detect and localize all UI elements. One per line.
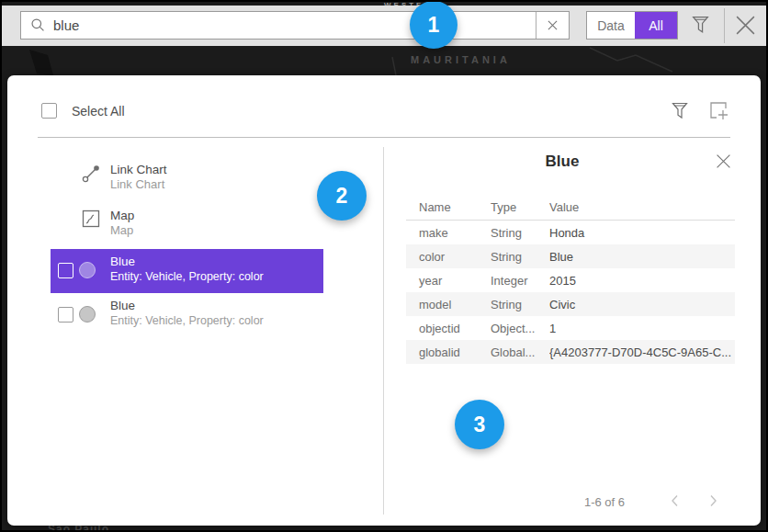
select-all-checkbox[interactable] (41, 103, 57, 119)
detail-close-icon[interactable] (716, 153, 731, 173)
table-row: globalid Global... {A4203777-D70D-4C5C-9… (406, 340, 735, 364)
pagination-prev-icon[interactable] (668, 493, 683, 512)
table-row: objectid Object... 1 (406, 316, 735, 340)
annotation-badge-3: 3 (455, 400, 504, 449)
table-row: year Integer 2015 (406, 268, 735, 292)
search-box[interactable] (20, 11, 570, 40)
panel-header-divider (38, 137, 730, 138)
panel-filter-icon[interactable] (671, 100, 689, 124)
list-item-link-chart-subtitle: Link Chart (110, 177, 164, 191)
add-to-selection-icon[interactable] (708, 100, 730, 126)
cell-type: String (491, 250, 549, 264)
cell-name: objectid (406, 322, 491, 335)
clear-search-icon[interactable] (536, 12, 569, 39)
cell-value: 1 (549, 322, 735, 335)
cell-name: model (406, 298, 491, 311)
toggle-option-all[interactable]: All (635, 12, 677, 39)
list-item-subtitle: Entity: Vehicle, Property: color (110, 314, 264, 327)
list-item-link-chart-title[interactable]: Link Chart (110, 163, 167, 176)
cell-type: Integer (491, 274, 549, 288)
search-results-panel: Select All Link Chart Link Chart Map Map… (7, 75, 761, 526)
item-checkbox[interactable] (58, 263, 73, 278)
list-item-subtitle: Entity: Vehicle, Property: color (110, 270, 264, 283)
close-search-icon[interactable] (734, 14, 757, 40)
table-header-row: Name Type Value (406, 195, 735, 221)
search-icon (21, 17, 53, 33)
entity-circle-icon (79, 262, 96, 278)
search-toolbar: Data All (2, 6, 766, 46)
attribute-table: Name Type Value make String Honda color … (406, 195, 735, 364)
annotation-badge-1: 1 (410, 1, 457, 49)
entity-circle-icon (79, 306, 96, 323)
cell-value: Blue (549, 250, 735, 264)
cell-value: Civic (549, 298, 735, 311)
list-item-blue[interactable]: Blue Entity: Vehicle, Property: color (51, 293, 323, 337)
list-item-title: Blue (110, 299, 135, 312)
toggle-option-data[interactable]: Data (587, 12, 635, 39)
list-detail-divider (383, 147, 384, 515)
pagination-next-icon[interactable] (706, 493, 720, 512)
col-header-value: Value (549, 200, 735, 214)
cell-name: color (406, 250, 491, 264)
table-row: make String Honda (406, 221, 735, 244)
map-item-icon (82, 209, 100, 232)
table-row: color String Blue (406, 244, 735, 268)
list-item-map-title[interactable]: Map (110, 209, 134, 222)
cell-type: Global... (491, 345, 549, 359)
search-input[interactable] (53, 17, 536, 33)
cell-name: globalid (406, 345, 491, 359)
cell-value: Honda (549, 226, 735, 240)
detail-title: Blue (383, 153, 741, 171)
item-checkbox[interactable] (58, 307, 73, 323)
list-item-title: Blue (110, 255, 135, 268)
data-all-toggle: Data All (586, 11, 678, 40)
annotation-badge-2: 2 (317, 171, 367, 221)
cell-type: String (491, 298, 549, 311)
cell-value: {A4203777-D70D-4C5C-9A65-C... (549, 345, 735, 359)
filter-icon[interactable] (691, 14, 710, 39)
cell-value: 2015 (549, 274, 735, 288)
list-item-map-subtitle: Map (110, 223, 133, 237)
cell-type: Object... (491, 322, 549, 335)
cell-name: year (406, 274, 491, 288)
table-body: make String Honda color String Blue year… (406, 221, 735, 364)
cell-type: String (491, 226, 549, 240)
table-row: model String Civic (406, 292, 735, 316)
app-window: WESTERN MAURITANIA São Paulo Data All (0, 0, 768, 532)
link-chart-icon (81, 164, 101, 187)
toolbar-divider (724, 8, 725, 43)
cell-name: make (406, 226, 491, 240)
pagination-range: 1-6 of 6 (522, 495, 625, 509)
col-header-type: Type (491, 200, 549, 214)
col-header-name: Name (406, 200, 491, 214)
select-all-label: Select All (72, 104, 125, 119)
list-item-blue-selected[interactable]: Blue Entity: Vehicle, Property: color (51, 249, 323, 293)
